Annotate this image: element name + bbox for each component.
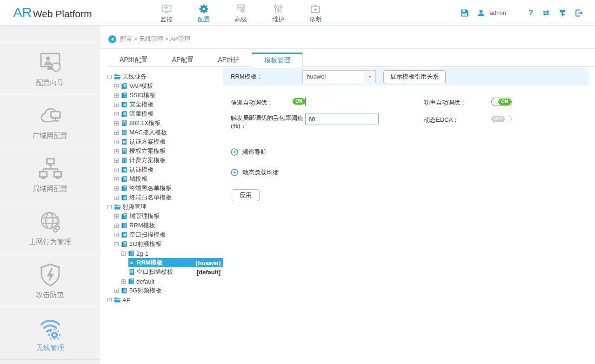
tree-expander-plus[interactable]: + — [114, 103, 119, 107]
sidebar-item-wireless[interactable]: 无线管理 — [0, 307, 100, 360]
tree-item-label: 802.1X模板 — [129, 119, 160, 127]
stack-icon — [121, 176, 128, 182]
tree-item[interactable]: 终端黑名单模板 — [121, 184, 223, 193]
tab-template[interactable]: 模板管理 — [252, 53, 303, 67]
tree-expander-plus[interactable]: + — [114, 177, 119, 181]
tree-item[interactable]: 2g-1 — [128, 249, 223, 258]
tree-item[interactable]: 射频管理 — [114, 202, 223, 212]
nav-item-config[interactable]: 配置 — [185, 2, 222, 24]
tab-ap-maintain[interactable]: AP维护 — [206, 53, 252, 66]
tree-item[interactable]: 安全模板 — [121, 100, 223, 109]
tree-expander-plus[interactable]: + — [121, 279, 126, 284]
tree-item[interactable]: VAP模板 — [121, 81, 223, 91]
tree-row: +AP — [100, 295, 223, 304]
tree-item[interactable]: 802.1X模板 — [121, 119, 223, 128]
tree-item-label: 射频管理 — [122, 203, 147, 211]
logout-icon[interactable] — [575, 9, 583, 17]
back-icon[interactable] — [108, 35, 116, 43]
doc-icon — [121, 129, 128, 136]
tree-item[interactable]: 授权方案模板 — [121, 146, 223, 156]
power-tuning-toggle[interactable]: ON — [491, 98, 512, 106]
nav-item-maintain[interactable]: 维护 — [260, 2, 297, 24]
tree-item[interactable]: AP — [114, 295, 223, 304]
tree-item[interactable]: 流量模板 — [121, 109, 223, 119]
tree-item[interactable]: 认证方案模板 — [121, 137, 223, 146]
sidebar-item-defense[interactable]: 攻击防范 — [0, 254, 100, 307]
tree-expander-plus[interactable]: + — [114, 159, 119, 163]
section-dynamic-load-balance[interactable]: 动态负载均衡 — [231, 156, 588, 177]
show-template-reference-button[interactable]: 展示模板引用关系 — [383, 70, 446, 83]
tab-ap-group[interactable]: AP组配置 — [107, 53, 160, 66]
tree-expander-plus[interactable]: + — [114, 168, 119, 172]
tree-expander-plus[interactable]: + — [114, 289, 119, 293]
tree-expander-plus[interactable]: + — [114, 233, 119, 237]
sidebar-item-behavior[interactable]: 上网行为管理 — [0, 201, 100, 254]
tree-expander-plus[interactable]: + — [114, 93, 119, 98]
tree-expander-plus[interactable]: + — [114, 131, 119, 135]
tree-item[interactable]: 空口扫描模板[default] — [128, 267, 223, 277]
loss-threshold-input[interactable] — [305, 113, 379, 125]
tree-expander-minus[interactable]: - — [114, 242, 119, 246]
tree-item[interactable]: 2G射频模板 — [121, 239, 223, 249]
tree-expander-plus[interactable]: + — [114, 84, 119, 88]
tree-expander-minus[interactable]: - — [107, 205, 112, 209]
channel-tuning-toggle[interactable]: ON — [305, 97, 306, 106]
nav-item-monitor[interactable]: 监控 — [148, 2, 185, 24]
tree-expander-minus[interactable]: - — [107, 75, 112, 79]
tree-expander-minus[interactable]: - — [121, 251, 126, 256]
doc-icon — [121, 148, 128, 154]
power-tuning-label: 功率自动调优： — [424, 98, 491, 107]
tree-item-label: SSID模板 — [129, 91, 155, 99]
tree-row: +RRM模板 — [100, 221, 223, 230]
tree-item[interactable]: 域管理模板 — [121, 212, 223, 221]
tree-row: +5G射频模板 — [100, 286, 223, 295]
sidebar: 配置向导广域网配置局域网配置上网行为管理攻击防范无线管理 — [0, 26, 100, 364]
tree-item[interactable]: MAC接入模板 — [121, 128, 223, 137]
tree-expander-plus[interactable]: + — [114, 149, 119, 153]
tree-expander-plus[interactable]: + — [114, 224, 119, 228]
tree-item[interactable]: 计费方案模板 — [121, 156, 223, 165]
tree-expander-plus[interactable]: + — [114, 121, 119, 126]
swap-icon[interactable] — [542, 9, 550, 17]
key-icon[interactable] — [558, 9, 567, 17]
tree-expander-plus[interactable]: + — [114, 112, 119, 116]
chevron-down-icon[interactable] — [364, 71, 375, 83]
nav-item-diagnose[interactable]: 诊断 — [297, 2, 334, 24]
app-logo: ARWeb Platform — [13, 5, 92, 20]
sidebar-item-wizard[interactable]: 配置向导 — [0, 42, 100, 95]
tree-item[interactable]: RRM模板 — [121, 221, 223, 230]
user-icon[interactable] — [477, 9, 485, 17]
folder-icon — [114, 204, 121, 210]
tree-item[interactable]: 无线业务 — [114, 72, 223, 81]
tree-item-label: 终端黑名单模板 — [129, 184, 172, 192]
tree-expander-plus[interactable]: + — [107, 298, 112, 302]
dynamic-edca-toggle[interactable]: OFF — [491, 115, 512, 123]
tree-expander-plus[interactable]: + — [114, 140, 119, 144]
sidebar-item-lan[interactable]: 局域网配置 — [0, 148, 100, 201]
stack-icon — [121, 213, 128, 219]
rrm-template-select[interactable]: huawei — [302, 70, 376, 83]
tree-item-label: 认证模板 — [129, 165, 154, 174]
tree-item[interactable]: SSID模板 — [121, 91, 223, 100]
tree-item[interactable]: 空口扫描模板 — [121, 230, 223, 239]
tree-item[interactable]: default — [128, 277, 223, 286]
tree-item[interactable]: 域模板 — [121, 174, 223, 184]
tree-item[interactable]: 5G射频模板 — [121, 286, 223, 295]
tree-item[interactable]: 终端白名单模板 — [121, 193, 223, 202]
save-icon[interactable] — [461, 9, 469, 17]
tab-ap-config[interactable]: AP配置 — [160, 53, 206, 66]
tree-item[interactable]: RRM模板[huawei] — [128, 258, 223, 267]
tree-item-label: 域管理模板 — [129, 212, 160, 220]
sidebar-item-wan[interactable]: 广域网配置 — [0, 95, 100, 148]
section-spectrum-navigation[interactable]: 频谱导航 — [231, 136, 588, 156]
stack-icon — [128, 278, 135, 285]
tree-item[interactable]: 认证模板 — [121, 165, 223, 174]
wireless-icon — [0, 315, 100, 342]
tree-expander-plus[interactable]: + — [114, 186, 119, 191]
tree-expander-plus[interactable]: + — [114, 196, 119, 200]
tree-item-label: 无线业务 — [122, 73, 147, 81]
tree-expander-plus[interactable]: + — [114, 214, 119, 218]
apply-button[interactable]: 应用 — [232, 189, 260, 201]
nav-item-advanced[interactable]: 高级 — [222, 2, 260, 24]
help-icon[interactable]: ? — [528, 8, 534, 18]
